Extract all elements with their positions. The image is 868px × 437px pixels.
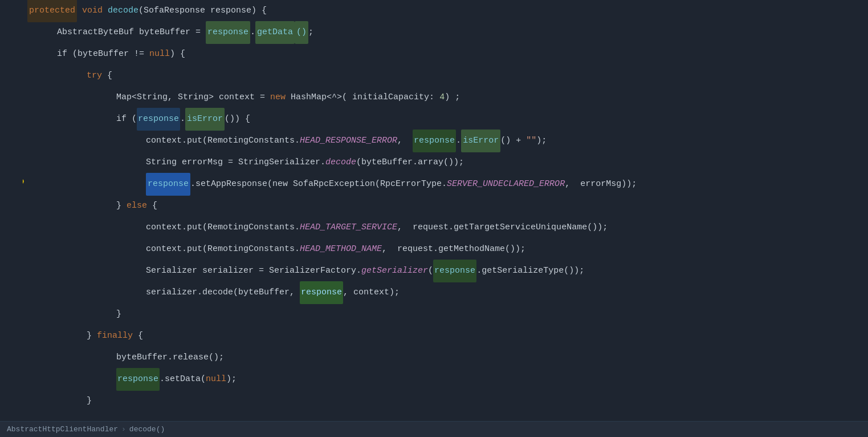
- class-name: AbstractHttpClientHandler: [7, 425, 118, 434]
- code-token: context.put(RemotingConstants.: [146, 238, 300, 260]
- code-token: Map<String, String> context =: [116, 87, 270, 108]
- code-token: }: [116, 304, 121, 325]
- code-token: ) {: [170, 43, 185, 65]
- code-token: context.put(RemotingConstants.: [146, 217, 300, 238]
- code-content[interactable]: protected void decode(SofaResponse respo…: [23, 0, 868, 421]
- code-token: isError: [461, 130, 500, 152]
- code-token: HashMap<^>: [286, 87, 342, 108]
- code-line: context.put(RemotingConstants.HEAD_RESPO…: [27, 130, 868, 152]
- code-token: response: [137, 108, 180, 131]
- code-token: protected: [27, 0, 77, 22]
- code-token: response: [433, 260, 476, 282]
- code-token: try: [87, 65, 102, 87]
- line-gutter: [0, 0, 23, 421]
- code-token: {: [133, 325, 143, 347]
- code-line: [27, 412, 868, 421]
- code-line: byteBuffer.release();: [27, 347, 868, 369]
- code-token: (): [295, 21, 308, 44]
- code-token: }: [87, 390, 92, 412]
- code-line: response.setData(null);: [27, 369, 868, 390]
- code-token: ()) {: [225, 108, 250, 130]
- code-token: ( initialCapacity:: [342, 87, 439, 108]
- code-line: String errorMsg = StringSerializer.decod…: [27, 152, 868, 173]
- code-line: protected void decode(SofaResponse respo…: [27, 0, 868, 22]
- code-line: Serializer serializer = SerializerFactor…: [27, 260, 868, 282]
- code-line: }: [27, 390, 868, 412]
- code-token: , request.getTargetServiceUniqueName());: [397, 217, 608, 238]
- code-token: response: [146, 173, 190, 196]
- code-token: }: [87, 325, 97, 347]
- code-line: if (response.isError()) {: [27, 108, 868, 130]
- code-token: .: [456, 130, 461, 152]
- code-line: serializer.decode(byteBuffer, response, …: [27, 282, 868, 304]
- code-line: } finally {: [27, 325, 868, 347]
- code-token: {: [102, 65, 112, 87]
- code-token: }: [116, 195, 127, 217]
- lightbulb-icon[interactable]: 💡: [23, 173, 26, 195]
- code-token: Serializer serializer = SerializerFactor…: [146, 260, 361, 282]
- code-token: new: [270, 87, 286, 108]
- code-line: AbstractByteBuf byteBuffer = response.ge…: [27, 22, 868, 43]
- code-token: String errorMsg = StringSerializer.: [146, 152, 325, 173]
- status-bar: AbstractHttpClientHandler › decode(): [0, 421, 868, 437]
- code-token: decode: [108, 0, 138, 22]
- method-name: decode(): [129, 425, 165, 434]
- code-token: "": [526, 130, 536, 152]
- code-line: 💡response.setAppResponse(new SofaRpcExce…: [27, 173, 868, 195]
- code-token: context.put(RemotingConstants.: [146, 130, 300, 152]
- code-token: ;: [308, 22, 313, 43]
- code-token: );: [536, 130, 547, 152]
- code-token: 4: [439, 87, 445, 108]
- code-token: byteBuffer.release();: [116, 347, 224, 369]
- code-token: (SofaResponse response) {: [138, 0, 267, 22]
- code-line: } else {: [27, 195, 868, 217]
- code-token: ,: [397, 130, 413, 152]
- code-token: , errorMsg));: [565, 173, 637, 195]
- code-token: .setData(: [160, 369, 206, 390]
- editor-area: protected void decode(SofaResponse respo…: [0, 0, 868, 421]
- code-token: , request.getMethodName());: [382, 238, 525, 260]
- code-token: .setAppResponse(new SofaRpcException(Rpc…: [190, 173, 447, 195]
- code-token: () +: [500, 130, 526, 152]
- code-token: response: [300, 281, 343, 304]
- code-token: .: [250, 22, 255, 43]
- code-token: HEAD_RESPONSE_ERROR: [300, 130, 397, 152]
- code-token: response: [413, 130, 456, 152]
- code-token: decode: [325, 152, 356, 173]
- code-token: .getSerializeType());: [476, 260, 584, 282]
- code-line: if (byteBuffer != null) {: [27, 43, 868, 65]
- code-line: Map<String, String> context = new HashMa…: [27, 87, 868, 108]
- code-token: response: [116, 368, 160, 391]
- code-token: null: [206, 369, 226, 390]
- code-token: response: [206, 21, 250, 44]
- code-token: void: [77, 0, 108, 22]
- code-token: else: [127, 195, 147, 217]
- code-line: context.put(RemotingConstants.HEAD_METHO…: [27, 238, 868, 260]
- code-token: if (byteBuffer !=: [57, 43, 149, 65]
- breadcrumb-separator: ›: [121, 425, 126, 434]
- code-token: SERVER_UNDECLARED_ERROR: [447, 173, 565, 195]
- code-token: HEAD_TARGET_SERVICE: [300, 217, 397, 238]
- code-token: (: [428, 260, 433, 282]
- code-token: (byteBuffer.array());: [356, 152, 464, 173]
- code-token: serializer.decode(byteBuffer,: [146, 282, 300, 304]
- code-token: finally: [97, 325, 133, 347]
- code-token: ) ;: [445, 87, 460, 108]
- code-token: null: [149, 43, 170, 65]
- code-token: AbstractByteBuf byteBuffer =: [57, 22, 206, 43]
- code-line: try {: [27, 65, 868, 87]
- code-token: isError: [185, 108, 225, 131]
- code-token: , context);: [343, 282, 400, 304]
- code-token: if (: [116, 108, 137, 130]
- code-token: getSerializer: [361, 260, 428, 282]
- code-token: );: [226, 369, 237, 390]
- code-token: HEAD_METHOD_NAME: [300, 238, 382, 260]
- code-token: {: [147, 195, 157, 217]
- code-line: context.put(RemotingConstants.HEAD_TARGE…: [27, 217, 868, 238]
- code-token: .: [180, 108, 185, 130]
- code-line: }: [27, 304, 868, 325]
- code-token: getData: [255, 21, 295, 44]
